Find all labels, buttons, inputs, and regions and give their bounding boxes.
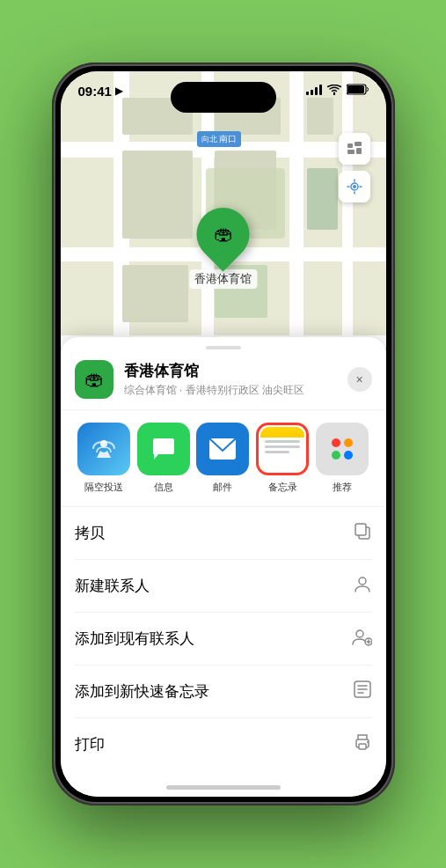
svg-point-18 — [367, 741, 369, 743]
map-label: 向北 南口 — [197, 131, 241, 147]
place-subtitle: 综合体育馆 · 香港特别行政区 油尖旺区 — [124, 383, 337, 398]
print-icon — [353, 732, 372, 756]
quick-note-label: 添加到新快速备忘录 — [75, 681, 209, 702]
mail-icon-wrap — [196, 423, 249, 475]
mail-icon — [208, 438, 237, 460]
map-type-button[interactable] — [339, 133, 370, 165]
share-item-airdrop[interactable]: 隔空投送 — [75, 423, 135, 494]
svg-point-12 — [359, 577, 366, 585]
notes-icon-top — [260, 427, 304, 438]
bottom-sheet: 🏟 香港体育馆 综合体育馆 · 香港特别行政区 油尖旺区 × — [61, 337, 386, 797]
messages-icon-wrap — [137, 423, 190, 475]
svg-rect-5 — [356, 148, 362, 154]
action-quick-note[interactable]: 添加到新快速备忘录 — [75, 666, 372, 718]
more-label: 推荐 — [333, 481, 352, 494]
share-item-more[interactable]: 推荐 — [312, 423, 372, 494]
signal-bar-4 — [319, 85, 322, 95]
pin-icon: 🏟 — [186, 197, 260, 272]
add-contact-icon — [351, 627, 372, 651]
phone-screen: 09:41 ▶ — [61, 71, 386, 797]
svg-rect-1 — [347, 85, 364, 93]
notes-icon-lines — [260, 438, 304, 471]
location-arrow-icon: ▶ — [115, 85, 122, 97]
home-indicator — [166, 785, 281, 790]
notes-line — [265, 440, 300, 443]
more-icon-wrap — [316, 423, 369, 475]
svg-point-7 — [353, 185, 356, 188]
action-new-contact[interactable]: 新建联系人 — [75, 560, 372, 613]
close-icon: × — [355, 372, 362, 386]
svg-rect-11 — [355, 524, 366, 535]
share-item-mail[interactable]: 邮件 — [194, 423, 253, 494]
wifi-icon — [327, 85, 341, 95]
share-item-notes[interactable]: 备忘录 — [252, 423, 312, 494]
notes-line — [265, 445, 300, 448]
airdrop-label: 隔空投送 — [84, 481, 123, 494]
add-existing-contact-label: 添加到现有联系人 — [75, 629, 194, 649]
signal-icon — [306, 85, 322, 95]
action-list: 拷贝 新建联系人 添加到现有联系人 — [61, 507, 386, 770]
notes-label: 备忘录 — [268, 481, 297, 494]
copy-label: 拷贝 — [75, 523, 105, 543]
signal-bar-3 — [315, 87, 318, 95]
airdrop-icon — [90, 435, 118, 463]
map-label-text: 南口 — [219, 133, 237, 145]
status-icons — [306, 84, 369, 95]
quick-note-icon — [353, 680, 372, 703]
battery-icon — [347, 84, 369, 95]
phone-frame: 09:41 ▶ — [52, 63, 395, 805]
time-label: 09:41 — [78, 84, 112, 99]
svg-rect-2 — [347, 143, 353, 148]
action-copy[interactable]: 拷贝 — [75, 507, 372, 560]
notes-line — [265, 451, 289, 453]
share-item-messages[interactable]: 信息 — [134, 423, 194, 494]
place-icon: 🏟 — [75, 360, 113, 399]
notes-icon-wrap — [256, 423, 309, 475]
messages-icon — [150, 435, 178, 463]
place-name: 香港体育馆 — [124, 361, 337, 381]
location-pin: 🏟 香港体育馆 — [189, 208, 257, 289]
share-row: 隔空投送 信息 — [61, 410, 386, 507]
pin-label: 香港体育馆 — [189, 269, 257, 289]
pin-emoji: 🏟 — [214, 223, 233, 246]
signal-bar-2 — [311, 90, 313, 95]
svg-rect-3 — [355, 142, 362, 146]
new-contact-label: 新建联系人 — [75, 576, 150, 596]
close-button[interactable]: × — [347, 367, 372, 392]
more-dots — [332, 438, 353, 460]
place-info: 香港体育馆 综合体育馆 · 香港特别行政区 油尖旺区 — [124, 361, 337, 398]
messages-label: 信息 — [154, 481, 173, 494]
airdrop-icon-wrap — [77, 423, 130, 475]
action-print[interactable]: 打印 — [75, 718, 372, 770]
new-contact-icon — [353, 574, 372, 598]
dynamic-island — [171, 82, 276, 113]
place-header: 🏟 香港体育馆 综合体育馆 · 香港特别行政区 油尖旺区 × — [61, 349, 386, 410]
map-controls — [339, 133, 370, 202]
svg-rect-17 — [359, 744, 366, 749]
action-add-existing-contact[interactable]: 添加到现有联系人 — [75, 613, 372, 666]
svg-rect-4 — [347, 150, 355, 154]
print-label: 打印 — [75, 734, 105, 754]
notes-icon — [260, 427, 304, 471]
mail-label: 邮件 — [213, 481, 232, 494]
location-button[interactable] — [339, 171, 370, 202]
copy-icon — [353, 521, 372, 545]
svg-point-13 — [356, 630, 363, 637]
status-time: 09:41 ▶ — [78, 84, 122, 99]
signal-bar-1 — [306, 92, 309, 95]
